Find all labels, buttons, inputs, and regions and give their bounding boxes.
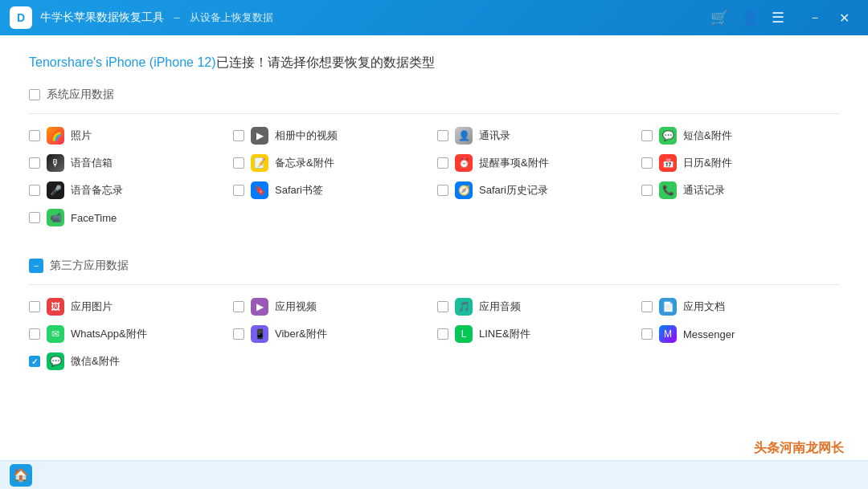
label-messenger: Messenger (683, 328, 735, 340)
data-item-line[interactable]: LLINE&附件 (437, 325, 635, 343)
user-icon[interactable]: 👤 (741, 9, 759, 26)
icon-photos: 🌈 (47, 127, 64, 145)
data-item-photos[interactable]: 🌈照片 (29, 127, 227, 145)
icon-whatsapp: ✉ (47, 325, 64, 343)
system-section-divider (29, 113, 839, 114)
icon-wechat: 💬 (47, 352, 64, 370)
system-section-title: 系统应用数据 (29, 88, 839, 102)
home-button[interactable]: 🏠 (10, 464, 32, 487)
data-item-phone[interactable]: 📞通话记录 (641, 181, 839, 199)
checkbox-contacts[interactable] (437, 130, 448, 141)
checkbox-whatsapp[interactable] (29, 328, 40, 340)
label-viber: Viber&附件 (275, 327, 327, 341)
label-safari-bookmarks: Safari书签 (275, 183, 323, 198)
icon-notes: 📝 (251, 154, 268, 172)
data-item-voicememo[interactable]: 🎙语音信箱 (29, 154, 227, 172)
checkbox-notes[interactable] (233, 157, 244, 169)
label-notes: 备忘录&附件 (275, 156, 334, 170)
icon-reminders: ⏰ (455, 154, 473, 172)
system-section: 系统应用数据 🌈照片▶相册中的视频👤通讯录💬短信&附件🎙语音信箱📝备忘录&附件⏰… (29, 88, 839, 226)
checkbox-phone[interactable] (641, 185, 653, 196)
label-photos: 照片 (71, 128, 92, 143)
data-item-app-video[interactable]: ▶应用视频 (233, 298, 431, 316)
icon-phone: 📞 (659, 181, 677, 199)
data-item-app-docs[interactable]: 📄应用文档 (641, 298, 839, 316)
data-item-album-video[interactable]: ▶相册中的视频 (233, 127, 431, 145)
label-safari-history: Safari历史记录 (479, 183, 548, 198)
checkbox-reminders[interactable] (437, 157, 448, 169)
menu-icon[interactable]: ☰ (772, 9, 784, 26)
label-album-video: 相册中的视频 (275, 128, 338, 143)
data-item-facetime[interactable]: 📹FaceTime (29, 209, 227, 226)
label-messages: 短信&附件 (683, 128, 732, 143)
close-button[interactable]: ✕ (829, 0, 858, 35)
checkbox-calendar[interactable] (641, 157, 653, 169)
data-item-messenger[interactable]: MMessenger (641, 325, 839, 343)
label-line: LINE&附件 (479, 327, 530, 341)
icon-safari-bookmarks: 🔖 (251, 181, 268, 199)
checkbox-voicememo[interactable] (29, 157, 40, 169)
label-voicememo: 语音信箱 (71, 156, 113, 170)
checkbox-wechat[interactable] (29, 356, 40, 367)
data-item-whatsapp[interactable]: ✉WhatsApp&附件 (29, 325, 227, 343)
main-content: Tenorshare's iPhone (iPhone 12)已连接！请选择你想… (0, 35, 868, 460)
data-item-notes[interactable]: 📝备忘录&附件 (233, 154, 431, 172)
third-party-section-label: 第三方应用数据 (50, 259, 129, 273)
label-facetime: FaceTime (71, 212, 117, 224)
label-phone: 通话记录 (683, 183, 725, 198)
data-item-safari-history[interactable]: 🧭Safari历史记录 (437, 181, 635, 199)
checkbox-voicerecord[interactable] (29, 185, 40, 196)
icon-album-video: ▶ (251, 127, 268, 145)
data-item-reminders[interactable]: ⏰提醒事项&附件 (437, 154, 635, 172)
toolbar-icons: 🛒 👤 ☰ (710, 9, 784, 26)
checkbox-app-docs[interactable] (641, 301, 653, 312)
label-calendar: 日历&附件 (683, 156, 732, 170)
label-contacts: 通讯录 (479, 128, 510, 143)
checkbox-app-video[interactable] (233, 301, 244, 312)
data-item-app-audio[interactable]: 🎵应用音频 (437, 298, 635, 316)
checkbox-facetime[interactable] (29, 212, 40, 223)
icon-safari-history: 🧭 (455, 181, 473, 199)
system-section-checkbox[interactable] (29, 89, 40, 100)
checkbox-messages[interactable] (641, 130, 653, 141)
third-party-section-title: － 第三方应用数据 (29, 259, 839, 273)
data-item-wechat[interactable]: 💬微信&附件 (29, 352, 227, 370)
device-name: Tenorshare's iPhone (iPhone 12) (29, 55, 216, 69)
checkbox-app-audio[interactable] (437, 301, 448, 312)
data-item-app-photos[interactable]: 🖼应用图片 (29, 298, 227, 316)
icon-app-docs: 📄 (659, 298, 677, 316)
data-item-contacts[interactable]: 👤通讯录 (437, 127, 635, 145)
data-item-safari-bookmarks[interactable]: 🔖Safari书签 (233, 181, 431, 199)
minimize-button[interactable]: － (800, 0, 829, 35)
checkbox-line[interactable] (437, 328, 448, 340)
icon-calendar: 📅 (659, 154, 677, 172)
device-header: Tenorshare's iPhone (iPhone 12)已连接！请选择你想… (29, 55, 839, 71)
checkbox-album-video[interactable] (233, 130, 244, 141)
app-logo: D (10, 6, 32, 29)
third-party-items-grid: 🖼应用图片▶应用视频🎵应用音频📄应用文档✉WhatsApp&附件📱Viber&附… (29, 298, 839, 370)
icon-messenger: M (659, 325, 677, 343)
third-party-section-divider (29, 284, 839, 285)
titlebar: D 牛学长苹果数据恢复工具 － 从设备上恢复数据 🛒 👤 ☰ － ✕ (0, 0, 868, 35)
checkbox-safari-history[interactable] (437, 185, 448, 196)
third-party-toggle[interactable]: － (29, 259, 43, 273)
icon-messages: 💬 (659, 127, 677, 145)
checkbox-photos[interactable] (29, 130, 40, 141)
third-party-section: － 第三方应用数据 🖼应用图片▶应用视频🎵应用音频📄应用文档✉WhatsApp&… (29, 259, 839, 370)
label-voicerecord: 语音备忘录 (71, 183, 123, 198)
checkbox-messenger[interactable] (641, 328, 653, 340)
data-item-calendar[interactable]: 📅日历&附件 (641, 154, 839, 172)
icon-app-video: ▶ (251, 298, 268, 316)
label-app-photos: 应用图片 (71, 300, 113, 314)
system-items-grid: 🌈照片▶相册中的视频👤通讯录💬短信&附件🎙语音信箱📝备忘录&附件⏰提醒事项&附件… (29, 127, 839, 226)
checkbox-app-photos[interactable] (29, 301, 40, 312)
icon-line: L (455, 325, 473, 343)
data-item-messages[interactable]: 💬短信&附件 (641, 127, 839, 145)
checkbox-viber[interactable] (233, 328, 244, 340)
cart-icon[interactable]: 🛒 (710, 9, 728, 26)
icon-voicememo: 🎙 (47, 154, 64, 172)
checkbox-safari-bookmarks[interactable] (233, 185, 244, 196)
data-item-voicerecord[interactable]: 🎤语音备忘录 (29, 181, 227, 199)
data-item-viber[interactable]: 📱Viber&附件 (233, 325, 431, 343)
window-controls: － ✕ (800, 0, 858, 35)
